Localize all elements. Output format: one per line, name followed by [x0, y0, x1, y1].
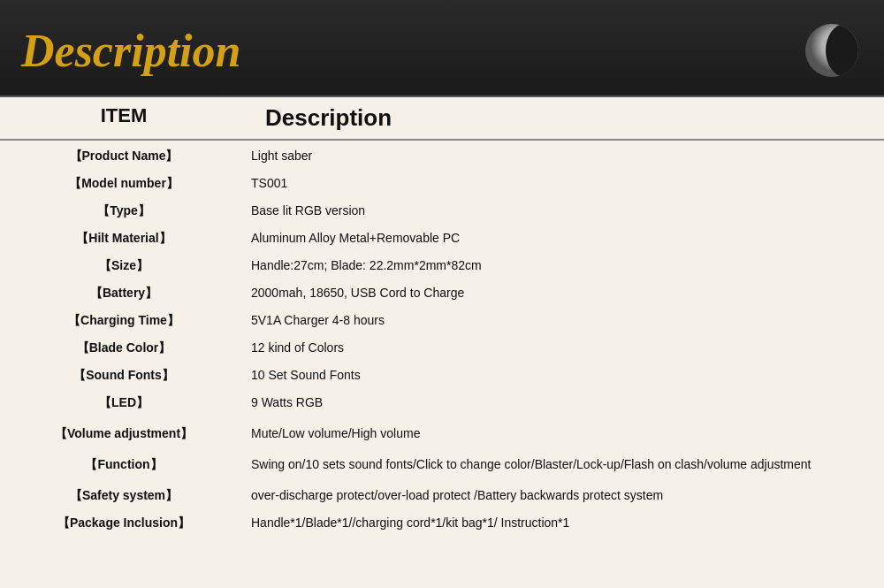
- row-label: 【Safety system】: [0, 482, 248, 509]
- page-header: Description: [0, 0, 884, 97]
- row-label: 【Package Inclusion】: [0, 509, 248, 537]
- row-label: 【Hilt Material】: [0, 225, 248, 252]
- table-row: 【LED】9 Watts RGB: [0, 389, 884, 416]
- row-label: 【Charging Time】: [0, 307, 248, 334]
- row-value: Mute/Low volume/High volume: [248, 420, 884, 447]
- row-value: Handle:27cm; Blade: 22.2mm*2mm*82cm: [248, 252, 884, 279]
- row-label: 【LED】: [0, 389, 248, 416]
- row-label: 【Model number】: [0, 170, 248, 197]
- row-value: Swing on/10 sets sound fonts/Click to ch…: [248, 451, 884, 478]
- table-row: 【Package Inclusion】Handle*1/Blade*1//cha…: [0, 509, 884, 537]
- row-label: 【Battery】: [0, 279, 248, 307]
- row-label: 【Volume adjustment】: [0, 420, 248, 447]
- table-row: 【Product Name】Light saber: [0, 142, 884, 170]
- moon-icon: [801, 19, 863, 81]
- row-value: 5V1A Charger 4-8 hours: [248, 307, 884, 334]
- row-value: 9 Watts RGB: [248, 389, 884, 416]
- desc-column-header: Description: [265, 104, 392, 131]
- row-label: 【Function】: [0, 451, 248, 478]
- row-value: Aluminum Alloy Metal+Removable PC: [248, 225, 884, 252]
- table-row: 【Safety system】over-discharge protect/ov…: [0, 482, 884, 509]
- row-value: over-discharge protect/over-load protect…: [248, 482, 884, 509]
- table-row: 【Type】Base lit RGB version: [0, 197, 884, 225]
- table-row: 【Charging Time】5V1A Charger 4-8 hours: [0, 307, 884, 334]
- row-value: Handle*1/Blade*1//charging cord*1/kit ba…: [248, 509, 884, 537]
- svg-point-2: [826, 24, 863, 77]
- table-row: 【Model number】TS001: [0, 170, 884, 197]
- row-value: Light saber: [248, 142, 884, 170]
- row-label: 【Sound Fonts】: [0, 362, 248, 389]
- row-value: Base lit RGB version: [248, 197, 884, 225]
- table-row: 【Function】Swing on/10 sets sound fonts/C…: [0, 451, 884, 478]
- row-value: TS001: [248, 170, 884, 197]
- row-value: 12 kind of Colors: [248, 334, 884, 362]
- row-label: 【Size】: [0, 252, 248, 279]
- table-row: 【Blade Color】12 kind of Colors: [0, 334, 884, 362]
- table-row: 【Hilt Material】Aluminum Alloy Metal+Remo…: [0, 225, 884, 252]
- table-row: 【Sound Fonts】10 Set Sound Fonts: [0, 362, 884, 389]
- column-headers: ITEM Description: [0, 97, 884, 141]
- row-label: 【Product Name】: [0, 142, 248, 170]
- table-row: 【Volume adjustment】Mute/Low volume/High …: [0, 420, 884, 447]
- table-row: 【Battery】2000mah, 18650, USB Cord to Cha…: [0, 279, 884, 307]
- item-column-header: ITEM: [101, 104, 148, 126]
- row-value: 2000mah, 18650, USB Cord to Charge: [248, 279, 884, 307]
- row-value: 10 Set Sound Fonts: [248, 362, 884, 389]
- table-row: 【Size】Handle:27cm; Blade: 22.2mm*2mm*82c…: [0, 252, 884, 279]
- page-title: Description: [21, 25, 240, 77]
- content-area: ITEM Description 【Product Name】Light sab…: [0, 97, 884, 588]
- row-label: 【Type】: [0, 197, 248, 225]
- row-label: 【Blade Color】: [0, 334, 248, 362]
- data-rows: 【Product Name】Light saber【Model number】T…: [0, 142, 884, 537]
